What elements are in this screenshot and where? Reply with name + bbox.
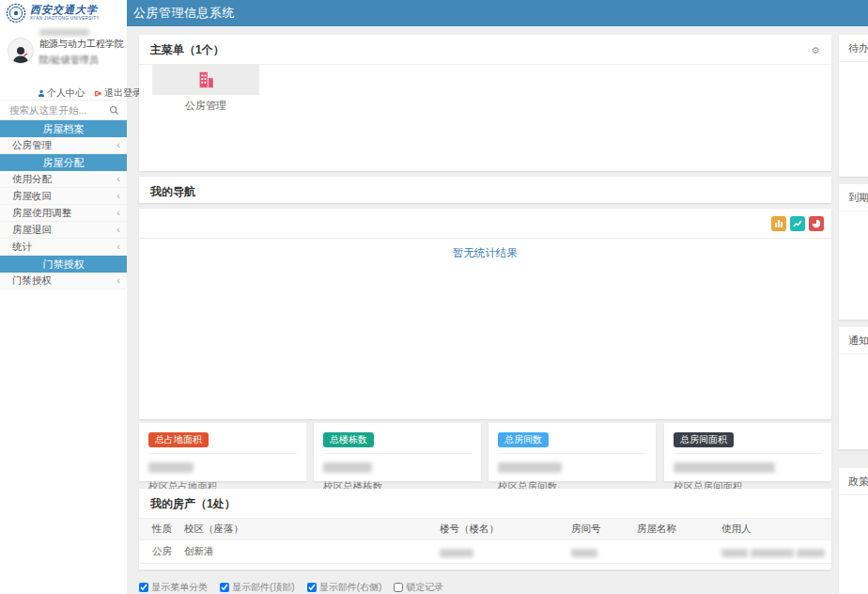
logout-link[interactable]: 退出登录 [94, 86, 142, 100]
pie-chart-button[interactable] [809, 216, 824, 231]
housing-system-screen: 公房管理信息系统 西安交通大学 XI'AN JIAOTONG UNIVERSIT… [0, 0, 868, 594]
my-property-title: 我的房产（1处） [150, 496, 236, 512]
stat-tile-total-buildings: 总楼栋数 校区总楼栋数 [314, 423, 481, 481]
chevron-left-icon: ‹ [116, 205, 120, 221]
logout-icon [94, 89, 102, 98]
user-department: 能源与动力工程学院 [39, 38, 124, 51]
sidebar-item-use-allocation[interactable]: 使用分配 ‹ [0, 171, 127, 188]
search-icon[interactable] [109, 105, 119, 116]
sidebar-item-label: 统计 [12, 239, 32, 255]
option-label: 显示菜单分类 [151, 581, 208, 594]
status-badge: 总房间数 [498, 432, 549, 447]
menu-section-allocation: 房屋分配 [0, 154, 127, 171]
sidebar-item-label: 使用分配 [12, 171, 52, 187]
main-menu-title: 主菜单（1个） [150, 42, 225, 58]
sidebar-item-house-reclaim[interactable]: 房屋收回 ‹ [0, 188, 127, 205]
university-emblem-icon [6, 3, 26, 23]
sidebar-item-label: 房屋退回 [12, 222, 52, 238]
user-name-redacted [39, 29, 89, 36]
stat-tile-total-rooms: 总房间数 校区总房间数 [488, 423, 656, 481]
divider [674, 453, 822, 454]
tile-label: 公房管理 [152, 99, 259, 113]
sidebar-item-label: 公房管理 [12, 137, 52, 153]
user-info: 能源与动力工程学院 院/处级管理员 [0, 38, 127, 67]
chevron-left-icon: ‹ [116, 239, 120, 255]
sidebar-item-public-housing[interactable]: 公房管理 ‹ [0, 137, 127, 154]
statistics-card: 暂无统计结果 [139, 209, 831, 419]
checkbox[interactable] [394, 583, 403, 592]
sidebar-item-statistics[interactable]: 统计 ‹ [0, 239, 127, 256]
chevron-left-icon: ‹ [116, 171, 120, 187]
search-box [0, 100, 127, 120]
rail-panel-expiring: 到期 [839, 184, 868, 320]
my-navigation-title: 我的导航 [150, 184, 195, 200]
stat-value-redacted [148, 462, 194, 473]
stat-value-redacted [323, 462, 372, 473]
column-header: 使用人 [716, 519, 831, 540]
divider [148, 453, 297, 454]
logout-link-label: 退出登录 [104, 86, 142, 100]
rail-panel-todo: 待办 [839, 35, 868, 177]
cell-users-redacted [716, 540, 831, 564]
property-table: 性质 校区（座落） 楼号（楼名） 房间号 房屋名称 使用人 公房 创新港 [139, 519, 831, 564]
bar-chart-button[interactable] [771, 216, 786, 231]
rail-panel-policies: 政策 [839, 468, 868, 594]
chevron-left-icon: ‹ [116, 273, 120, 289]
user-role-redacted: 院/处级管理员 [39, 54, 124, 67]
line-chart-button[interactable] [790, 216, 805, 231]
building-icon [195, 70, 216, 90]
option-label: 显示部件(右侧) [319, 581, 382, 594]
chevron-left-icon: ‹ [116, 137, 120, 153]
university-logo[interactable]: 西安交通大学 XI'AN JIAOTONG UNIVERSITY [0, 0, 127, 26]
column-header: 楼号（楼名） [434, 519, 566, 540]
profile-link-label: 个人中心 [47, 86, 85, 100]
sidebar-item-use-adjustment[interactable]: 房屋使用调整 ‹ [0, 205, 127, 222]
checkbox[interactable] [139, 583, 148, 592]
sidebar-item-label: 房屋使用调整 [12, 205, 71, 221]
sidebar-item-label: 门禁授权 [12, 273, 52, 289]
status-badge: 总楼栋数 [323, 432, 374, 447]
left-sidebar: 能源与动力工程学院 院/处级管理员 个人中心 退出登录 [0, 26, 127, 594]
checkbox[interactable] [307, 583, 317, 592]
search-input[interactable] [8, 103, 109, 117]
menu-section-access-control: 门禁授权 [0, 256, 127, 273]
table-row[interactable]: 公房 创新港 [139, 540, 831, 564]
sidebar-item-label: 房屋收回 [12, 188, 52, 204]
option-show-menu-categories[interactable]: 显示菜单分类 [139, 581, 208, 594]
cell-building-redacted [434, 540, 566, 564]
stat-tile-total-land-area: 总占地面积 校区总占地面积 [139, 423, 306, 481]
top-header-bar: 公房管理信息系统 [0, 0, 868, 26]
cell-campus: 创新港 [178, 540, 434, 564]
table-header-row: 性质 校区（座落） 楼号（楼名） 房间号 房屋名称 使用人 [139, 519, 831, 540]
column-header: 校区（座落） [178, 519, 434, 540]
sidebar-item-house-return[interactable]: 房屋退回 ‹ [0, 222, 127, 239]
profile-link[interactable]: 个人中心 [38, 86, 85, 100]
person-cartoon-icon [11, 44, 30, 63]
rail-panel-title: 通知 [839, 327, 868, 354]
option-show-widgets-right[interactable]: 显示部件(右侧) [307, 581, 382, 594]
option-label: 锁定记录 [406, 581, 443, 594]
my-property-card: 我的房产（1处） 性质 校区（座落） 楼号（楼名） 房间号 房屋名称 使用人 公… [139, 489, 831, 570]
column-header: 房间号 [566, 519, 631, 540]
menu-section-archive: 房屋档案 [0, 120, 127, 137]
sidebar-item-access-authorization[interactable]: 门禁授权 ‹ [0, 273, 127, 289]
option-show-widgets-top[interactable]: 显示部件(顶部) [220, 581, 295, 594]
rail-panel-title: 政策 [839, 468, 868, 495]
checkbox[interactable] [220, 583, 229, 592]
user-icon [38, 89, 45, 97]
status-badge: 总占地面积 [148, 432, 209, 447]
cell-type: 公房 [139, 540, 178, 564]
option-lock-records[interactable]: 锁定记录 [394, 581, 443, 594]
stat-value-redacted [498, 462, 562, 473]
gear-icon[interactable]: ⚙ [812, 46, 820, 55]
rail-panel-notices: 通知 [839, 327, 868, 449]
rail-panel-title: 待办 [839, 35, 868, 62]
divider [323, 453, 472, 454]
sidebar-menu: 房屋档案 公房管理 ‹ 房屋分配 使用分配 ‹ 房屋收回 ‹ 房屋使用调整 ‹ … [0, 120, 127, 289]
tile-public-housing[interactable] [152, 64, 259, 95]
avatar[interactable] [8, 38, 34, 64]
cell-room-number-redacted [566, 540, 631, 564]
stat-value-redacted [674, 462, 775, 473]
chevron-left-icon: ‹ [116, 222, 120, 238]
no-statistics-message: 暂无统计结果 [139, 246, 831, 260]
